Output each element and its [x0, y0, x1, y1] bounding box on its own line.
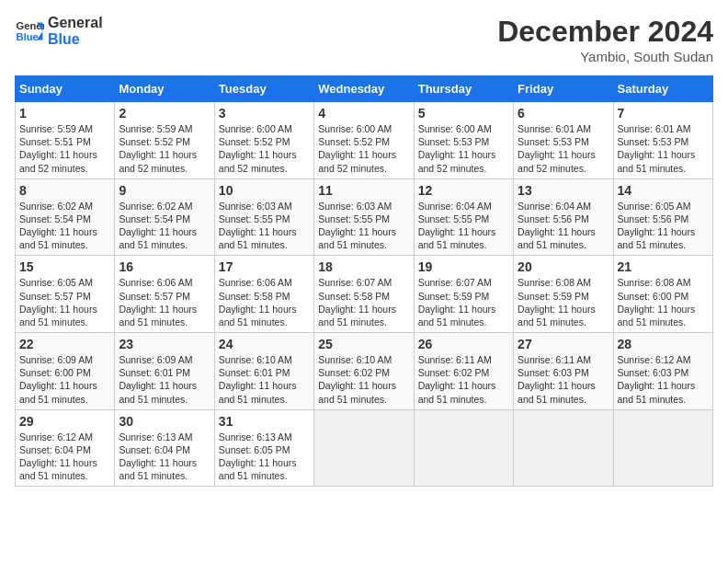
daylight-minutes: and 51 minutes. — [318, 316, 387, 327]
calendar-cell: 30 Sunrise: 6:13 AM Sunset: 6:04 PM Dayl… — [115, 409, 214, 487]
sunset-label: Sunset: 5:55 PM — [318, 213, 390, 224]
sunrise-label: Sunrise: 5:59 AM — [119, 123, 192, 134]
day-info: Sunrise: 6:02 AM Sunset: 5:54 PM Dayligh… — [19, 200, 110, 252]
sunrise-label: Sunrise: 6:12 AM — [618, 354, 691, 365]
day-number: 9 — [119, 183, 210, 198]
day-info: Sunrise: 6:11 AM Sunset: 6:03 PM Dayligh… — [518, 353, 609, 406]
calendar-week-row: 29 Sunrise: 6:12 AM Sunset: 6:04 PM Dayl… — [16, 409, 713, 487]
sunrise-label: Sunrise: 6:08 AM — [518, 277, 591, 288]
sunset-label: Sunset: 5:51 PM — [19, 136, 91, 147]
calendar-cell: 24 Sunrise: 6:10 AM Sunset: 6:01 PM Dayl… — [214, 333, 313, 410]
daylight-label: Daylight: 11 hours — [418, 226, 496, 237]
daylight-minutes: and 51 minutes. — [518, 394, 586, 405]
sunset-label: Sunset: 6:02 PM — [418, 367, 490, 378]
day-info: Sunrise: 6:09 AM Sunset: 6:00 PM Dayligh… — [19, 353, 110, 406]
sunset-label: Sunset: 5:56 PM — [618, 213, 689, 224]
daylight-minutes: and 51 minutes. — [119, 394, 188, 405]
day-info: Sunrise: 6:00 AM Sunset: 5:53 PM Dayligh… — [418, 122, 509, 175]
weekday-header-saturday: Saturday — [613, 76, 712, 102]
weekday-header-thursday: Thursday — [414, 76, 513, 102]
daylight-minutes: and 51 minutes. — [219, 239, 288, 250]
day-info: Sunrise: 6:07 AM Sunset: 5:58 PM Dayligh… — [318, 276, 409, 328]
daylight-label: Daylight: 11 hours — [418, 149, 496, 160]
sunrise-label: Sunrise: 6:12 AM — [19, 431, 93, 442]
sunset-label: Sunset: 6:00 PM — [618, 291, 689, 302]
day-number: 2 — [119, 106, 210, 121]
sunrise-label: Sunrise: 6:13 AM — [119, 431, 192, 442]
logo-icon: General Blue — [15, 17, 44, 46]
daylight-minutes: and 51 minutes. — [618, 163, 687, 174]
calendar-cell: 8 Sunrise: 6:02 AM Sunset: 5:54 PM Dayli… — [16, 178, 115, 256]
sunset-label: Sunset: 5:59 PM — [418, 291, 490, 302]
calendar-cell — [514, 409, 613, 487]
daylight-label: Daylight: 11 hours — [618, 226, 696, 237]
sunset-label: Sunset: 6:04 PM — [119, 444, 190, 455]
day-info: Sunrise: 6:10 AM Sunset: 6:02 PM Dayligh… — [318, 353, 409, 406]
sunrise-label: Sunrise: 6:00 AM — [318, 123, 392, 134]
sunset-label: Sunset: 6:05 PM — [219, 444, 290, 455]
daylight-minutes: and 51 minutes. — [518, 316, 586, 327]
daylight-label: Daylight: 11 hours — [19, 380, 97, 391]
daylight-label: Daylight: 11 hours — [19, 149, 97, 160]
calendar-cell: 29 Sunrise: 6:12 AM Sunset: 6:04 PM Dayl… — [16, 409, 115, 487]
calendar-cell: 6 Sunrise: 6:01 AM Sunset: 5:53 PM Dayli… — [514, 102, 613, 179]
sunrise-label: Sunrise: 6:06 AM — [119, 277, 192, 288]
daylight-minutes: and 51 minutes. — [219, 394, 288, 405]
month-title: December 2024 — [497, 15, 713, 49]
sunset-label: Sunset: 6:02 PM — [318, 367, 390, 378]
calendar-cell: 18 Sunrise: 6:07 AM Sunset: 5:58 PM Dayl… — [314, 256, 414, 333]
daylight-label: Daylight: 11 hours — [418, 304, 496, 315]
calendar-cell: 25 Sunrise: 6:10 AM Sunset: 6:02 PM Dayl… — [314, 333, 414, 410]
day-info: Sunrise: 6:05 AM Sunset: 5:56 PM Dayligh… — [618, 200, 709, 252]
daylight-label: Daylight: 11 hours — [518, 226, 596, 237]
day-info: Sunrise: 6:04 AM Sunset: 5:56 PM Dayligh… — [518, 200, 609, 252]
sunrise-label: Sunrise: 6:02 AM — [119, 201, 192, 212]
sunrise-label: Sunrise: 6:00 AM — [418, 123, 492, 134]
sunset-label: Sunset: 5:53 PM — [618, 136, 689, 147]
daylight-label: Daylight: 11 hours — [219, 304, 297, 315]
sunset-label: Sunset: 5:54 PM — [19, 213, 91, 224]
logo: General Blue General Blue — [15, 15, 103, 47]
daylight-label: Daylight: 11 hours — [219, 380, 297, 391]
sunrise-label: Sunrise: 6:02 AM — [19, 201, 93, 212]
sunrise-label: Sunrise: 6:11 AM — [518, 354, 591, 365]
title-block: December 2024 Yambio, South Sudan — [497, 15, 713, 64]
sunrise-label: Sunrise: 6:08 AM — [618, 277, 691, 288]
daylight-minutes: and 51 minutes. — [119, 239, 188, 250]
day-info: Sunrise: 6:03 AM Sunset: 5:55 PM Dayligh… — [219, 200, 310, 252]
day-info: Sunrise: 6:09 AM Sunset: 6:01 PM Dayligh… — [119, 353, 210, 406]
day-number: 18 — [318, 259, 409, 274]
sunset-label: Sunset: 5:53 PM — [418, 136, 490, 147]
daylight-minutes: and 51 minutes. — [119, 316, 188, 327]
day-number: 28 — [618, 337, 709, 351]
sunrise-label: Sunrise: 6:06 AM — [219, 277, 292, 288]
calendar-cell: 2 Sunrise: 5:59 AM Sunset: 5:52 PM Dayli… — [115, 102, 214, 179]
daylight-minutes: and 51 minutes. — [418, 316, 487, 327]
sunset-label: Sunset: 6:00 PM — [19, 367, 91, 378]
sunset-label: Sunset: 5:58 PM — [219, 291, 290, 302]
day-info: Sunrise: 6:10 AM Sunset: 6:01 PM Dayligh… — [219, 353, 310, 406]
sunset-label: Sunset: 6:03 PM — [518, 367, 589, 378]
day-number: 19 — [418, 259, 509, 274]
sunrise-label: Sunrise: 6:01 AM — [618, 123, 691, 134]
day-info: Sunrise: 6:06 AM Sunset: 5:58 PM Dayligh… — [219, 276, 310, 328]
day-number: 31 — [219, 414, 310, 429]
day-number: 4 — [318, 106, 409, 121]
daylight-minutes: and 52 minutes. — [119, 163, 188, 174]
calendar-week-row: 22 Sunrise: 6:09 AM Sunset: 6:00 PM Dayl… — [16, 333, 713, 410]
daylight-minutes: and 51 minutes. — [219, 470, 288, 481]
day-number: 17 — [219, 259, 310, 274]
sunrise-label: Sunrise: 5:59 AM — [19, 123, 93, 134]
day-number: 22 — [19, 337, 110, 351]
daylight-label: Daylight: 11 hours — [119, 226, 197, 237]
sunrise-label: Sunrise: 6:03 AM — [318, 201, 392, 212]
sunrise-label: Sunrise: 6:09 AM — [119, 354, 192, 365]
calendar-cell: 22 Sunrise: 6:09 AM Sunset: 6:00 PM Dayl… — [16, 333, 115, 410]
calendar-cell: 4 Sunrise: 6:00 AM Sunset: 5:52 PM Dayli… — [314, 102, 414, 179]
day-number: 6 — [518, 106, 609, 121]
day-number: 13 — [518, 183, 609, 198]
day-info: Sunrise: 6:04 AM Sunset: 5:55 PM Dayligh… — [418, 200, 509, 252]
weekday-header-row: SundayMondayTuesdayWednesdayThursdayFrid… — [16, 76, 713, 102]
day-number: 16 — [119, 259, 210, 274]
daylight-minutes: and 52 minutes. — [518, 163, 586, 174]
